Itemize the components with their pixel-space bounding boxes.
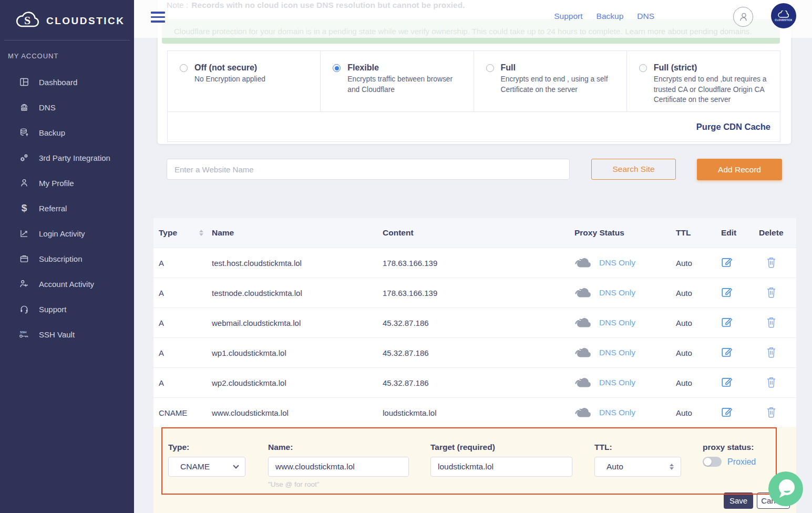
ssl-option-full[interactable]: Full Encrypts end to end , using a self …	[474, 51, 627, 111]
cloudstick-logo-icon: S	[14, 11, 42, 32]
type-select-value: CNAME	[180, 462, 210, 471]
table-row: A webmail.cloudstickmta.lol 45.32.87.186…	[153, 307, 796, 337]
menu-icon[interactable]	[151, 12, 165, 25]
cloud-dns-only-icon	[574, 406, 593, 419]
table-row: A wp2.cloudstickmta.lol 45.32.87.186 DNS…	[153, 367, 796, 397]
column-content: Content	[383, 228, 574, 238]
delete-icon[interactable]	[766, 406, 776, 418]
sidebar-nav: Dashboard DNS DNS Backup 3rd Party Integ…	[0, 69, 134, 347]
chat-widget[interactable]	[768, 471, 803, 506]
sidebar-item-icon	[18, 253, 30, 264]
radio-icon[interactable]	[639, 64, 647, 72]
purge-cdn-cache-link[interactable]: Purge CDN Cache	[696, 122, 770, 132]
target-label: Target (required)	[430, 443, 572, 452]
proxy-status-value: DNS Only	[599, 408, 635, 417]
ssl-option-description: No Encryption applied	[194, 74, 265, 85]
delete-icon[interactable]	[766, 316, 776, 328]
nav-support-link[interactable]: Support	[554, 12, 582, 21]
proxy-status-value: DNS Only	[599, 348, 635, 357]
sidebar-item-icon	[18, 279, 30, 289]
record-content: loudstickmta.lol	[383, 408, 574, 417]
add-record-button[interactable]: Add Record	[697, 159, 782, 180]
record-name: webmail.cloudstickmta.lol	[212, 319, 383, 327]
sidebar-item[interactable]: $ Referral	[0, 196, 134, 221]
table-row: A testnode.cloudstickmta.lol 178.63.166.…	[153, 278, 796, 307]
record-type: A	[153, 289, 212, 297]
ssl-option-label: Off (not secure)	[194, 63, 265, 73]
dns-records-table: Type Name Content Proxy Status TTL Edit …	[153, 218, 796, 427]
sidebar-item[interactable]: SSH SSH Vault	[0, 322, 134, 347]
brand-badge-label: CLOUDSTICK	[775, 19, 793, 22]
ssl-option-description: Encrypts end to end , using a self Certi…	[501, 74, 617, 95]
sidebar-item[interactable]: DNS DNS	[0, 95, 134, 120]
sidebar-item[interactable]: Subscription	[0, 246, 134, 271]
proxied-label: Proxied	[727, 457, 756, 467]
edit-icon[interactable]	[721, 376, 733, 388]
sidebar-item-label: 3rd Party Integration	[39, 153, 110, 162]
ssl-option-full-strict[interactable]: Full (strict) Encrypts end to end ,but r…	[627, 51, 780, 111]
sidebar-item-icon	[18, 304, 30, 314]
column-delete: Delete	[759, 228, 796, 238]
sidebar-item[interactable]: My Profile	[0, 170, 134, 196]
name-input[interactable]	[268, 457, 409, 477]
sidebar-item[interactable]: Dashboard	[0, 69, 134, 95]
nav-dns-link[interactable]: DNS	[637, 12, 654, 21]
sidebar-item[interactable]: 3rd Party Integration	[0, 145, 134, 170]
radio-icon[interactable]	[486, 64, 494, 72]
edit-icon[interactable]	[721, 256, 733, 268]
type-select[interactable]: CNAME	[168, 457, 245, 477]
record-ttl: Auto	[676, 319, 721, 327]
sidebar-item-label: Referral	[39, 204, 67, 213]
sidebar-item-icon	[18, 127, 30, 138]
sidebar-item-icon: DNS	[18, 102, 30, 112]
nav-backup-link[interactable]: Backup	[597, 12, 624, 21]
brand-name: CLOUDSTICK	[46, 15, 125, 27]
ssl-option-label: Full (strict)	[654, 63, 770, 73]
delete-icon[interactable]	[766, 256, 776, 268]
record-content: 45.32.87.186	[383, 378, 574, 387]
record-name: test.host.cloudstickmta.lol	[212, 259, 383, 268]
search-site-button[interactable]: Search Site	[591, 159, 676, 180]
table-row: CNAME www.cloudstickmta.lol loudstickmta…	[153, 397, 796, 427]
column-name: Name	[212, 228, 383, 238]
sidebar-item[interactable]: Support	[0, 296, 134, 322]
record-type: A	[153, 259, 212, 268]
save-button[interactable]: Save	[724, 493, 753, 509]
radio-icon[interactable]	[180, 64, 188, 72]
record-ttl: Auto	[676, 408, 721, 417]
sidebar-item-label: DNS	[39, 103, 56, 112]
website-search-input[interactable]	[167, 159, 570, 180]
sidebar-item-icon	[18, 178, 30, 188]
record-name: testnode.cloudstickmta.lol	[212, 289, 383, 297]
ssl-option-off[interactable]: Off (not secure) No Encryption applied	[168, 51, 321, 111]
svg-text:SSH: SSH	[20, 331, 26, 334]
edit-icon[interactable]	[721, 346, 733, 358]
edit-icon[interactable]	[721, 406, 733, 418]
delete-icon[interactable]	[766, 376, 776, 388]
proxy-toggle[interactable]	[703, 457, 722, 467]
edit-record-form: Type: CNAME Name: "Use @ for root" Targe…	[153, 427, 796, 513]
ssl-option-flexible[interactable]: Flexible Encrypts traffic between browse…	[321, 51, 474, 111]
brand-badge[interactable]: CLOUDSTICK	[771, 3, 796, 28]
account-avatar-icon[interactable]	[733, 7, 753, 27]
record-content: 45.32.87.186	[383, 348, 574, 357]
sidebar-item[interactable]: Account Activity	[0, 271, 134, 296]
edit-icon[interactable]	[721, 316, 733, 328]
cloud-dns-only-icon	[574, 376, 593, 389]
table-row: A test.host.cloudstickmta.lol 178.63.166…	[153, 248, 796, 278]
top-nav: Support Backup DNS	[554, 12, 654, 21]
sidebar-item[interactable]: Login Activity	[0, 221, 134, 246]
sidebar-item[interactable]: Backup	[0, 120, 134, 145]
edit-icon[interactable]	[721, 286, 733, 298]
svg-text:DNS: DNS	[22, 108, 26, 110]
sidebar-section-label: MY ACCOUNT	[0, 40, 134, 60]
column-proxy-status: Proxy Status	[574, 228, 676, 238]
delete-icon[interactable]	[766, 286, 776, 298]
sort-icon[interactable]	[199, 230, 203, 236]
radio-checked-icon[interactable]	[333, 64, 341, 72]
ssl-mode-box: Off (not secure) No Encryption applied F…	[167, 50, 780, 142]
ttl-select-value: Auto	[607, 462, 623, 471]
ttl-select[interactable]: Auto	[594, 457, 681, 477]
delete-icon[interactable]	[766, 346, 776, 358]
target-input[interactable]	[430, 457, 572, 477]
